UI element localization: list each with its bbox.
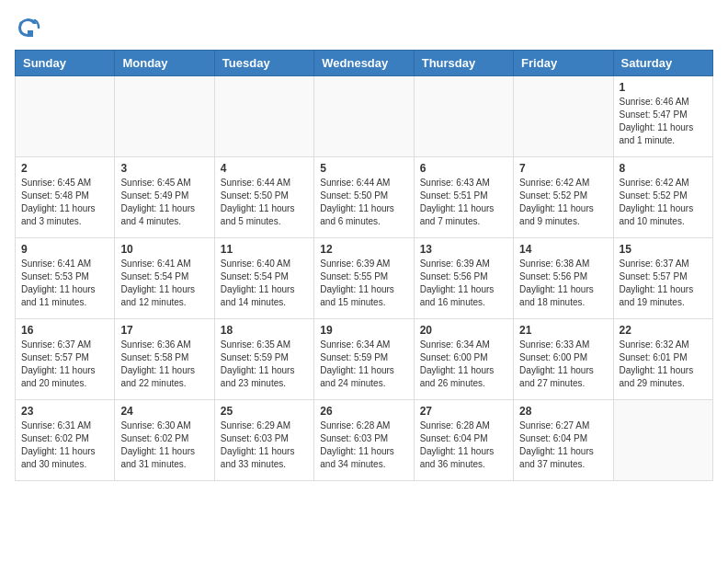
day-info: Sunrise: 6:43 AM Sunset: 5:51 PM Dayligh… bbox=[420, 177, 507, 228]
day-info: Sunrise: 6:35 AM Sunset: 5:59 PM Dayligh… bbox=[221, 339, 308, 390]
day-info: Sunrise: 6:30 AM Sunset: 6:02 PM Dayligh… bbox=[120, 419, 208, 471]
day-info: Sunrise: 6:29 AM Sunset: 6:03 PM Dayligh… bbox=[221, 419, 308, 471]
day-cell: 22Sunrise: 6:32 AM Sunset: 6:01 PM Dayli… bbox=[613, 319, 712, 400]
day-cell: 8Sunrise: 6:42 AM Sunset: 5:52 PM Daylig… bbox=[613, 157, 712, 238]
day-cell: 21Sunrise: 6:33 AM Sunset: 6:00 PM Dayli… bbox=[514, 319, 613, 400]
day-cell: 2Sunrise: 6:45 AM Sunset: 5:48 PM Daylig… bbox=[16, 157, 115, 238]
day-cell: 10Sunrise: 6:41 AM Sunset: 5:54 PM Dayli… bbox=[115, 238, 214, 319]
day-info: Sunrise: 6:42 AM Sunset: 5:52 PM Dayligh… bbox=[620, 177, 707, 228]
day-cell: 24Sunrise: 6:30 AM Sunset: 6:02 PM Dayli… bbox=[115, 400, 214, 481]
day-number: 25 bbox=[221, 405, 308, 418]
day-info: Sunrise: 6:45 AM Sunset: 5:49 PM Dayligh… bbox=[120, 177, 208, 228]
day-cell: 19Sunrise: 6:34 AM Sunset: 5:59 PM Dayli… bbox=[314, 319, 414, 400]
calendar-header-thursday: Thursday bbox=[414, 51, 513, 76]
day-cell: 27Sunrise: 6:28 AM Sunset: 6:04 PM Dayli… bbox=[414, 400, 513, 481]
day-number: 13 bbox=[420, 243, 507, 256]
day-cell bbox=[214, 76, 313, 157]
day-number: 5 bbox=[320, 162, 407, 175]
day-cell: 3Sunrise: 6:45 AM Sunset: 5:49 PM Daylig… bbox=[115, 157, 214, 238]
day-number: 16 bbox=[21, 324, 108, 337]
day-cell: 4Sunrise: 6:44 AM Sunset: 5:50 PM Daylig… bbox=[214, 157, 313, 238]
day-info: Sunrise: 6:40 AM Sunset: 5:54 PM Dayligh… bbox=[221, 258, 308, 309]
day-info: Sunrise: 6:28 AM Sunset: 6:03 PM Dayligh… bbox=[320, 419, 407, 471]
day-number: 27 bbox=[420, 405, 507, 418]
day-cell: 26Sunrise: 6:28 AM Sunset: 6:03 PM Dayli… bbox=[314, 400, 414, 481]
day-number: 18 bbox=[221, 324, 308, 337]
day-cell: 12Sunrise: 6:39 AM Sunset: 5:55 PM Dayli… bbox=[314, 238, 414, 319]
day-info: Sunrise: 6:34 AM Sunset: 5:59 PM Dayligh… bbox=[320, 339, 407, 390]
day-info: Sunrise: 6:34 AM Sunset: 6:00 PM Dayligh… bbox=[420, 339, 507, 390]
day-cell: 16Sunrise: 6:37 AM Sunset: 5:57 PM Dayli… bbox=[16, 319, 115, 400]
day-number: 11 bbox=[221, 243, 308, 256]
day-number: 15 bbox=[620, 243, 707, 256]
day-cell: 6Sunrise: 6:43 AM Sunset: 5:51 PM Daylig… bbox=[414, 157, 513, 238]
calendar-table: SundayMondayTuesdayWednesdayThursdayFrid… bbox=[15, 50, 713, 481]
page-header bbox=[15, 15, 713, 40]
day-number: 17 bbox=[120, 324, 208, 337]
week-row-2: 2Sunrise: 6:45 AM Sunset: 5:48 PM Daylig… bbox=[16, 157, 713, 238]
calendar-header-wednesday: Wednesday bbox=[314, 51, 414, 76]
day-number: 28 bbox=[519, 405, 607, 418]
day-info: Sunrise: 6:44 AM Sunset: 5:50 PM Dayligh… bbox=[221, 177, 308, 228]
week-row-3: 9Sunrise: 6:41 AM Sunset: 5:53 PM Daylig… bbox=[16, 238, 713, 319]
day-cell: 1Sunrise: 6:46 AM Sunset: 5:47 PM Daylig… bbox=[613, 76, 712, 157]
calendar-header-saturday: Saturday bbox=[613, 51, 712, 76]
day-cell: 17Sunrise: 6:36 AM Sunset: 5:58 PM Dayli… bbox=[115, 319, 214, 400]
day-number: 12 bbox=[320, 243, 407, 256]
day-cell: 23Sunrise: 6:31 AM Sunset: 6:02 PM Dayli… bbox=[16, 400, 115, 481]
day-number: 4 bbox=[221, 162, 308, 175]
day-info: Sunrise: 6:31 AM Sunset: 6:02 PM Dayligh… bbox=[21, 419, 108, 471]
day-info: Sunrise: 6:37 AM Sunset: 5:57 PM Dayligh… bbox=[620, 258, 707, 309]
day-info: Sunrise: 6:42 AM Sunset: 5:52 PM Dayligh… bbox=[519, 177, 607, 228]
day-number: 1 bbox=[620, 81, 707, 94]
day-info: Sunrise: 6:44 AM Sunset: 5:50 PM Dayligh… bbox=[320, 177, 407, 228]
calendar-header-row: SundayMondayTuesdayWednesdayThursdayFrid… bbox=[16, 51, 713, 76]
day-info: Sunrise: 6:39 AM Sunset: 5:56 PM Dayligh… bbox=[420, 258, 507, 309]
day-cell: 13Sunrise: 6:39 AM Sunset: 5:56 PM Dayli… bbox=[414, 238, 513, 319]
day-number: 10 bbox=[120, 243, 208, 256]
logo bbox=[15, 15, 44, 40]
day-cell: 14Sunrise: 6:38 AM Sunset: 5:56 PM Dayli… bbox=[514, 238, 613, 319]
day-number: 21 bbox=[519, 324, 607, 337]
day-cell: 9Sunrise: 6:41 AM Sunset: 5:53 PM Daylig… bbox=[16, 238, 115, 319]
day-info: Sunrise: 6:36 AM Sunset: 5:58 PM Dayligh… bbox=[120, 339, 208, 390]
day-number: 7 bbox=[519, 162, 607, 175]
week-row-5: 23Sunrise: 6:31 AM Sunset: 6:02 PM Dayli… bbox=[16, 400, 713, 481]
day-info: Sunrise: 6:33 AM Sunset: 6:00 PM Dayligh… bbox=[519, 339, 607, 390]
day-number: 19 bbox=[320, 324, 407, 337]
day-info: Sunrise: 6:46 AM Sunset: 5:47 PM Dayligh… bbox=[620, 96, 707, 147]
day-info: Sunrise: 6:41 AM Sunset: 5:54 PM Dayligh… bbox=[120, 258, 208, 309]
logo-icon bbox=[15, 15, 40, 40]
day-number: 8 bbox=[620, 162, 707, 175]
day-number: 24 bbox=[120, 405, 208, 418]
day-number: 6 bbox=[420, 162, 507, 175]
day-cell bbox=[414, 76, 513, 157]
week-row-4: 16Sunrise: 6:37 AM Sunset: 5:57 PM Dayli… bbox=[16, 319, 713, 400]
day-number: 26 bbox=[320, 405, 407, 418]
day-info: Sunrise: 6:41 AM Sunset: 5:53 PM Dayligh… bbox=[21, 258, 108, 309]
calendar-header-tuesday: Tuesday bbox=[214, 51, 313, 76]
day-cell bbox=[314, 76, 414, 157]
day-cell bbox=[16, 76, 115, 157]
day-cell bbox=[514, 76, 613, 157]
day-cell bbox=[613, 400, 712, 481]
calendar-header-monday: Monday bbox=[115, 51, 214, 76]
day-cell: 11Sunrise: 6:40 AM Sunset: 5:54 PM Dayli… bbox=[214, 238, 313, 319]
day-info: Sunrise: 6:38 AM Sunset: 5:56 PM Dayligh… bbox=[519, 258, 607, 309]
day-cell: 20Sunrise: 6:34 AM Sunset: 6:00 PM Dayli… bbox=[414, 319, 513, 400]
day-info: Sunrise: 6:37 AM Sunset: 5:57 PM Dayligh… bbox=[21, 339, 108, 390]
day-cell: 15Sunrise: 6:37 AM Sunset: 5:57 PM Dayli… bbox=[613, 238, 712, 319]
day-cell: 5Sunrise: 6:44 AM Sunset: 5:50 PM Daylig… bbox=[314, 157, 414, 238]
day-cell: 18Sunrise: 6:35 AM Sunset: 5:59 PM Dayli… bbox=[214, 319, 313, 400]
day-cell: 7Sunrise: 6:42 AM Sunset: 5:52 PM Daylig… bbox=[514, 157, 613, 238]
day-info: Sunrise: 6:28 AM Sunset: 6:04 PM Dayligh… bbox=[420, 419, 507, 471]
day-info: Sunrise: 6:45 AM Sunset: 5:48 PM Dayligh… bbox=[21, 177, 108, 228]
day-number: 9 bbox=[21, 243, 108, 256]
day-info: Sunrise: 6:27 AM Sunset: 6:04 PM Dayligh… bbox=[519, 419, 607, 471]
day-number: 23 bbox=[21, 405, 108, 418]
day-info: Sunrise: 6:39 AM Sunset: 5:55 PM Dayligh… bbox=[320, 258, 407, 309]
calendar-header-friday: Friday bbox=[514, 51, 613, 76]
week-row-1: 1Sunrise: 6:46 AM Sunset: 5:47 PM Daylig… bbox=[16, 76, 713, 157]
day-number: 22 bbox=[620, 324, 707, 337]
calendar-header-sunday: Sunday bbox=[16, 51, 115, 76]
